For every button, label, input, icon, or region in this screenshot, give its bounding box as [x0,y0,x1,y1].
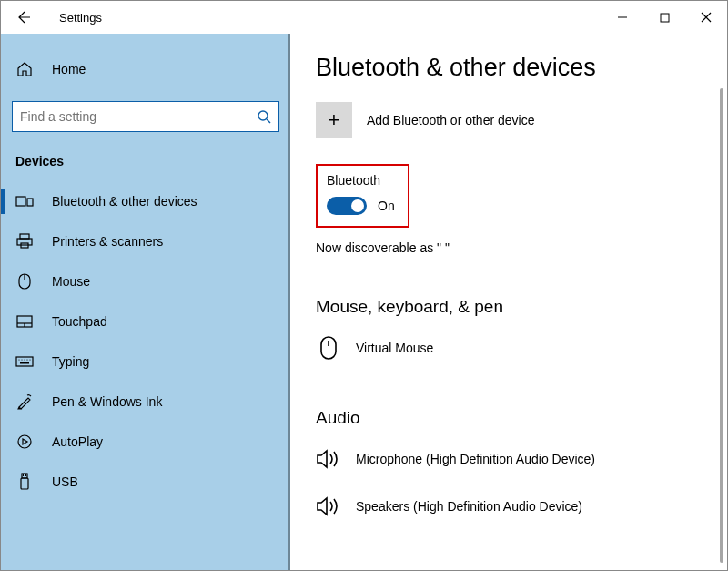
arrow-left-icon [15,10,30,25]
sidebar-item-typing[interactable]: Typing [1,342,290,382]
search-input[interactable] [12,101,279,132]
minimize-button[interactable] [602,3,643,32]
sidebar-item-mouse[interactable]: Mouse [1,261,290,301]
add-device-label: Add Bluetooth or other device [367,113,534,127]
back-button[interactable] [8,3,37,32]
pen-icon [15,393,34,410]
usb-icon [15,473,34,491]
sidebar-item-bluetooth[interactable]: Bluetooth & other devices [1,181,290,221]
svg-rect-4 [20,234,29,239]
close-icon [701,12,712,23]
sidebar-group-label: Devices [1,148,290,181]
sidebar-item-label: Mouse [52,274,90,289]
sidebar-item-label: Pen & Windows Ink [52,394,162,409]
device-name: Virtual Mouse [356,341,433,355]
speaker-icon [316,446,341,472]
sidebar-item-label: Printers & scanners [52,234,163,249]
maximize-icon [660,13,670,23]
device-name: Speakers (High Definition Audio Device) [356,499,582,514]
bluetooth-toggle[interactable] [327,197,367,215]
bluetooth-highlight: Bluetooth On [316,164,410,228]
device-item[interactable]: Microphone (High Definition Audio Device… [316,439,705,479]
title-bar: Settings [1,1,727,34]
section-heading-audio: Audio [316,408,705,428]
svg-point-17 [29,359,30,360]
svg-rect-3 [27,199,33,206]
section-heading-mouse: Mouse, keyboard, & pen [316,297,705,317]
sidebar-item-touchpad[interactable]: Touchpad [1,301,290,342]
autoplay-icon [15,433,34,450]
main-panel: Bluetooth & other devices + Add Bluetoot… [290,34,727,571]
sidebar-item-label: AutoPlay [52,434,103,449]
sidebar-item-printers[interactable]: Printers & scanners [1,221,290,261]
bluetooth-label: Bluetooth [327,173,395,188]
svg-point-15 [24,359,25,360]
svg-rect-20 [22,474,27,478]
svg-point-13 [18,359,19,360]
keyboard-icon [15,356,34,367]
bluetooth-state-text: On [378,199,395,213]
device-item[interactable]: Speakers (High Definition Audio Device) [316,486,705,526]
bluetooth-devices-icon [15,194,34,209]
sidebar-item-pen[interactable]: Pen & Windows Ink [1,382,290,422]
sidebar-item-label: Typing [52,354,89,369]
minimize-icon [617,12,628,23]
search-field[interactable] [20,109,257,124]
device-name: Microphone (High Definition Audio Device… [356,452,595,466]
speaker-icon [316,494,341,519]
sidebar-item-usb[interactable]: USB [1,462,290,502]
svg-rect-0 [661,14,669,22]
mouse-outline-icon [316,335,341,361]
mouse-icon [15,273,34,290]
sidebar-item-label: Touchpad [52,314,107,329]
svg-rect-18 [20,362,29,364]
window-title: Settings [59,11,102,25]
svg-rect-2 [16,197,25,206]
page-title: Bluetooth & other devices [316,54,705,82]
printer-icon [15,233,34,250]
svg-rect-12 [16,357,33,366]
svg-point-1 [258,111,268,120]
plus-icon: + [316,102,352,138]
home-icon [15,61,34,77]
sidebar-item-label: Bluetooth & other devices [52,194,197,209]
sidebar-item-label: USB [52,474,78,489]
sidebar-home[interactable]: Home [1,52,290,87]
device-item[interactable]: Virtual Mouse [316,328,705,368]
maximize-button[interactable] [643,3,685,32]
svg-point-19 [18,435,31,448]
search-icon [257,109,271,124]
svg-rect-5 [17,239,32,245]
svg-point-14 [21,359,22,360]
close-button[interactable] [685,3,727,32]
main-scrollbar[interactable] [720,88,723,563]
touchpad-icon [15,315,34,328]
svg-point-16 [26,359,27,360]
sidebar-home-label: Home [52,62,86,76]
sidebar-item-autoplay[interactable]: AutoPlay [1,422,290,462]
discoverable-text: Now discoverable as " " [316,240,705,255]
svg-rect-21 [21,478,28,489]
add-device-button[interactable]: + Add Bluetooth or other device [316,102,705,138]
svg-rect-24 [321,337,336,359]
sidebar: Home Devices Bluetooth & other devices P… [1,34,290,571]
